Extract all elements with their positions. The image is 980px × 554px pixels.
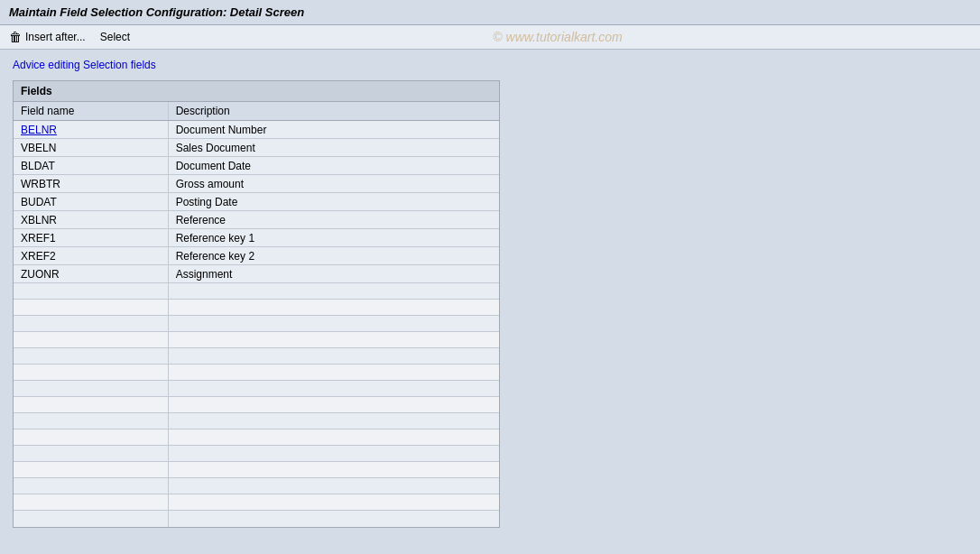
field-name-link[interactable]: BELNR bbox=[21, 124, 57, 136]
field-name-text: XREF1 bbox=[21, 232, 56, 245]
delete-icon: 🗑 bbox=[9, 30, 22, 44]
table-row: VBELNSales Document bbox=[14, 139, 499, 157]
field-name-text: WRBTR bbox=[21, 178, 60, 190]
empty-row bbox=[14, 413, 499, 429]
table-row: BUDATPosting Date bbox=[14, 193, 499, 211]
insert-after-button[interactable]: 🗑 Insert after... bbox=[9, 30, 86, 44]
empty-row bbox=[14, 511, 499, 527]
empty-row bbox=[14, 494, 499, 511]
empty-row bbox=[14, 348, 499, 365]
empty-row bbox=[14, 397, 499, 413]
table-row: XREF1Reference key 1 bbox=[14, 229, 499, 247]
empty-row bbox=[14, 429, 499, 446]
insert-after-label: Insert after... bbox=[25, 31, 86, 43]
table-row: XREF2Reference key 2 bbox=[14, 247, 499, 265]
empty-row bbox=[14, 283, 499, 300]
table-row: WRBTRGross amount bbox=[14, 175, 499, 193]
table-row: BELNRDocument Number bbox=[14, 121, 499, 139]
title-bar: Maintain Field Selection Configuration: … bbox=[0, 0, 980, 25]
field-name-text: BLDAT bbox=[21, 160, 55, 172]
toolbar: 🗑 Insert after... Select © www.tutorialk… bbox=[0, 25, 980, 50]
select-button[interactable]: Select bbox=[100, 31, 130, 43]
empty-row bbox=[14, 462, 499, 478]
watermark: © www.tutorialkart.com bbox=[144, 30, 971, 44]
select-label: Select bbox=[100, 31, 130, 43]
empty-row bbox=[14, 316, 499, 332]
field-description-text: Posting Date bbox=[176, 196, 238, 208]
empty-row bbox=[14, 446, 499, 462]
empty-row bbox=[14, 300, 499, 316]
field-name-column-header: Field name bbox=[14, 102, 168, 121]
table-row: BLDATDocument Date bbox=[14, 157, 499, 175]
empty-row bbox=[14, 381, 499, 397]
field-name-text: XREF2 bbox=[21, 250, 56, 263]
field-description-text: Reference bbox=[176, 214, 226, 226]
fields-container: Fields Field name Description BELNRDocum… bbox=[13, 80, 500, 528]
field-name-text: VBELN bbox=[21, 142, 56, 154]
fields-header: Fields bbox=[14, 81, 499, 102]
field-name-text: ZUONR bbox=[21, 268, 60, 281]
field-description-text: Document Number bbox=[176, 124, 267, 136]
field-name-text: BUDAT bbox=[21, 196, 57, 208]
empty-row bbox=[14, 478, 499, 494]
field-name-text: XBLNR bbox=[21, 214, 57, 226]
page-title: Maintain Field Selection Configuration: … bbox=[9, 5, 971, 19]
field-description-text: Sales Document bbox=[176, 142, 255, 154]
field-description-text: Document Date bbox=[176, 160, 251, 172]
advice-link[interactable]: Advice editing Selection fields bbox=[13, 59, 156, 71]
empty-row bbox=[14, 365, 499, 381]
field-description-text: Reference key 2 bbox=[176, 250, 254, 263]
field-description-text: Gross amount bbox=[176, 178, 244, 190]
description-column-header: Description bbox=[168, 102, 499, 121]
field-description-text: Reference key 1 bbox=[176, 232, 254, 245]
empty-row bbox=[14, 332, 499, 348]
table-row: XBLNRReference bbox=[14, 211, 499, 229]
table-row: ZUONRAssignment bbox=[14, 265, 499, 283]
field-description-text: Assignment bbox=[176, 268, 233, 281]
